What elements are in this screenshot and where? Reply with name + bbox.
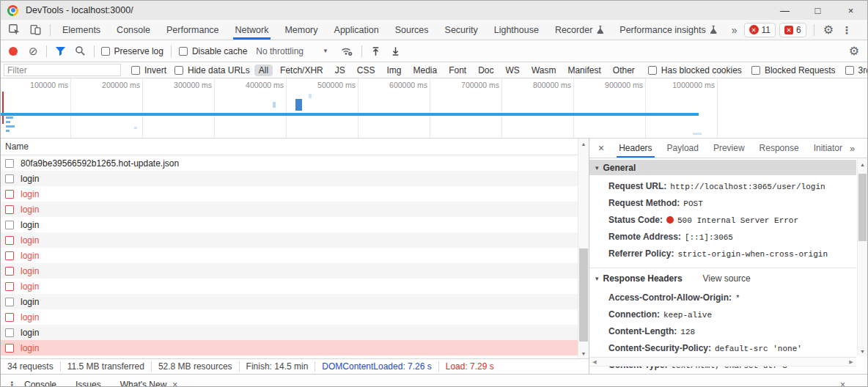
disable-cache-checkbox[interactable]: Disable cache xyxy=(179,46,247,56)
resource-type-chip[interactable]: CSS xyxy=(353,64,380,76)
details-tab[interactable]: Headers xyxy=(611,139,659,158)
details-tab[interactable]: Response xyxy=(752,139,806,158)
record-button[interactable] xyxy=(9,47,18,56)
hide-data-urls-checkbox[interactable]: Hide data URLs xyxy=(174,65,250,75)
resource-type-chip[interactable]: Manifest xyxy=(563,64,605,76)
request-checkbox[interactable] xyxy=(5,190,14,199)
more-tabs-icon[interactable]: » xyxy=(725,24,744,36)
invert-checkbox[interactable]: Invert xyxy=(131,65,166,75)
general-section-header[interactable]: ▾ General xyxy=(589,160,856,175)
drawer-menu-dots-icon[interactable]: ⋮ xyxy=(1,380,24,387)
details-tab[interactable]: Payload xyxy=(660,139,706,158)
request-checkbox[interactable] xyxy=(5,251,14,260)
details-tab[interactable]: Initiator xyxy=(806,139,850,158)
scroll-up-icon[interactable]: ▲ xyxy=(858,159,867,169)
panel-tab[interactable]: Performance insights xyxy=(611,20,724,40)
request-row[interactable]: 80fa9be39566592b1265.hot-update.json xyxy=(1,155,589,171)
issues-badge[interactable]: ✕ 6 xyxy=(779,23,806,37)
view-source-link[interactable]: View source xyxy=(703,273,751,284)
request-row[interactable]: login xyxy=(1,217,589,232)
panel-tab[interactable]: Sources xyxy=(387,20,437,40)
request-row[interactable]: login xyxy=(1,202,589,217)
request-checkbox[interactable] xyxy=(5,344,14,353)
requests-scrollbar[interactable]: ▲ ▼ xyxy=(578,139,589,358)
filter-toggle-checkbox[interactable]: Has blocked cookies xyxy=(648,65,742,75)
request-row[interactable]: login xyxy=(1,279,589,294)
close-button[interactable]: × xyxy=(834,1,867,20)
resource-type-chip[interactable]: Other xyxy=(608,64,639,76)
more-details-tabs-icon[interactable]: » xyxy=(850,143,858,154)
details-scrollbar[interactable]: ▲ ▼ xyxy=(857,159,867,356)
panel-tab[interactable]: Network xyxy=(227,20,277,40)
name-column-header[interactable]: Name xyxy=(1,139,589,155)
response-headers-section-header[interactable]: ▾ Response Headers View source xyxy=(589,270,856,287)
request-checkbox[interactable] xyxy=(5,328,14,337)
scroll-down-icon[interactable]: ▼ xyxy=(858,346,867,356)
network-overview-timeline[interactable]: 100000 ms 200000 ms 300000 ms 400000 ms … xyxy=(1,78,867,139)
scroll-right-icon[interactable]: ▶ xyxy=(846,358,856,366)
search-icon[interactable] xyxy=(70,40,90,62)
panel-tab[interactable]: Performance xyxy=(158,20,227,40)
resource-type-chip[interactable]: Img xyxy=(382,64,405,76)
request-row[interactable]: login xyxy=(1,171,589,186)
scrollbar-thumb[interactable] xyxy=(579,248,588,342)
request-row[interactable]: login xyxy=(1,232,589,248)
drawer-close-icon[interactable]: × xyxy=(840,380,845,386)
request-checkbox[interactable] xyxy=(5,221,14,229)
resource-type-chip[interactable]: Font xyxy=(444,64,471,76)
minimize-button[interactable]: — xyxy=(768,1,801,20)
scroll-up-icon[interactable]: ▲ xyxy=(578,139,589,149)
clear-icon[interactable]: ⊘ xyxy=(24,45,43,58)
network-settings-gear-icon[interactable]: ⚙ xyxy=(844,44,864,58)
preserve-log-checkbox[interactable]: Preserve log xyxy=(101,46,163,56)
request-checkbox[interactable] xyxy=(5,205,14,214)
request-row[interactable]: login xyxy=(1,186,589,202)
panel-tab[interactable]: Console xyxy=(108,20,158,40)
panel-tab[interactable]: Memory xyxy=(276,20,326,40)
request-checkbox[interactable] xyxy=(5,282,14,291)
filter-funnel-icon[interactable] xyxy=(51,40,70,62)
request-row[interactable]: login xyxy=(1,294,589,309)
resource-type-chip[interactable]: All xyxy=(254,64,273,76)
drawer-tab[interactable]: Issues × xyxy=(76,380,101,386)
scroll-left-icon[interactable]: ◀ xyxy=(589,358,600,366)
inspect-element-icon[interactable] xyxy=(4,20,25,40)
settings-gear-icon[interactable]: ⚙ xyxy=(818,23,839,37)
request-checkbox[interactable] xyxy=(5,174,14,183)
request-checkbox[interactable] xyxy=(5,267,14,276)
resource-type-chip[interactable]: Fetch/XHR xyxy=(276,64,328,76)
request-row[interactable]: login xyxy=(1,248,589,263)
resource-type-chip[interactable]: JS xyxy=(331,64,350,76)
resource-type-chip[interactable]: WS xyxy=(501,64,524,76)
panel-tab[interactable]: Security xyxy=(437,20,486,40)
details-horizontal-scrollbar[interactable]: ◀ ▶ xyxy=(589,357,856,366)
request-checkbox[interactable] xyxy=(5,313,14,322)
panel-tab[interactable]: Lighthouse xyxy=(486,20,547,40)
request-checkbox[interactable] xyxy=(5,236,14,245)
device-toolbar-icon[interactable] xyxy=(25,20,46,40)
resource-type-chip[interactable]: Doc xyxy=(474,64,498,76)
request-checkbox[interactable] xyxy=(5,159,14,168)
panel-tab[interactable]: Elements xyxy=(54,20,108,40)
drawer-tab[interactable]: What's New × xyxy=(120,380,178,386)
import-har-icon[interactable] xyxy=(366,40,386,62)
panel-tab[interactable]: Recorder xyxy=(547,20,611,40)
request-row[interactable]: login xyxy=(1,340,589,355)
filter-toggle-checkbox[interactable]: Blocked Requests xyxy=(751,65,836,75)
panel-tab[interactable]: Application xyxy=(326,20,387,40)
filter-toggle-checkbox[interactable]: 3rd-party requests xyxy=(845,65,868,75)
request-row[interactable]: login xyxy=(1,263,589,279)
resource-type-chip[interactable]: Wasm xyxy=(527,64,561,76)
scroll-down-icon[interactable]: ▼ xyxy=(578,348,589,358)
details-tab[interactable]: Preview xyxy=(706,139,752,158)
filter-input[interactable] xyxy=(4,64,121,76)
network-conditions-icon[interactable] xyxy=(336,40,358,62)
export-har-icon[interactable] xyxy=(386,40,405,62)
menu-dots-icon[interactable]: ⋮ xyxy=(839,24,858,36)
scrollbar-thumb[interactable] xyxy=(858,174,867,241)
error-badge[interactable]: ✕ 11 xyxy=(744,23,776,37)
request-row[interactable]: login xyxy=(1,309,589,325)
drawer-tab-close-icon[interactable]: × xyxy=(172,380,177,386)
request-row[interactable]: login xyxy=(1,325,589,340)
resource-type-chip[interactable]: Media xyxy=(408,64,441,76)
